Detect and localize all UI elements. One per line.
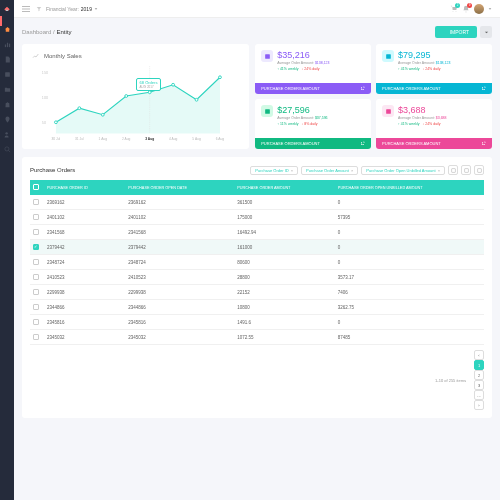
row-checkbox[interactable] xyxy=(33,199,39,205)
stat-avg: Average Order Amount: $37,596 xyxy=(277,116,327,120)
stat-footer[interactable]: PURCHASE ORDERS AMOUNT xyxy=(255,138,371,149)
import-button[interactable]: IMPORT xyxy=(435,26,477,38)
svg-text:100: 100 xyxy=(42,96,48,100)
cell-unbilled: 3573.17 xyxy=(335,270,475,285)
svg-rect-3 xyxy=(5,72,10,77)
svg-point-5 xyxy=(4,147,8,151)
orders-table: PURCHASE ORDER IDPURCHASE ORDER OPEN DAT… xyxy=(30,180,484,345)
bell-button[interactable]: 9 xyxy=(462,5,470,13)
close-icon[interactable]: × xyxy=(351,168,353,173)
table-row[interactable]: 22999382299938221527406 xyxy=(30,285,484,300)
table-row[interactable]: 234581623458161491.60 xyxy=(30,315,484,330)
chevron-down-icon[interactable] xyxy=(488,7,492,11)
chart-icon[interactable] xyxy=(4,41,11,48)
stat-icon xyxy=(261,50,273,62)
row-checkbox[interactable] xyxy=(33,274,39,280)
folder-icon[interactable] xyxy=(4,86,11,93)
bell-badge: 9 xyxy=(467,3,472,8)
hamburger-icon[interactable] xyxy=(22,6,30,12)
stat-avg: Average Order Amount: $138,123 xyxy=(398,61,450,65)
row-checkbox[interactable] xyxy=(33,259,39,265)
svg-point-19 xyxy=(195,98,198,101)
table-row[interactable]: 24105232410523288003573.17 xyxy=(30,270,484,285)
cart-button[interactable]: 2 xyxy=(450,5,458,13)
cards-row: Monthly Sales 150 100 50 30 Jul3 xyxy=(22,44,492,149)
cell-unbilled: 7406 xyxy=(335,285,475,300)
grid-button[interactable] xyxy=(448,165,458,175)
cell-id: 2401102 xyxy=(44,210,116,225)
filter-chip[interactable]: Purchase Order Open Unbilled Amount × xyxy=(361,166,445,175)
users-icon[interactable] xyxy=(4,131,11,138)
table-row[interactable]: 23487242348724806000 xyxy=(30,255,484,270)
filter-icon[interactable] xyxy=(36,6,42,12)
close-icon[interactable]: × xyxy=(291,168,293,173)
column-header[interactable] xyxy=(30,180,44,195)
list-button[interactable] xyxy=(461,165,471,175)
svg-rect-33 xyxy=(451,168,454,171)
stat-amount: $79,295 xyxy=(398,50,450,60)
svg-text:50: 50 xyxy=(42,121,46,125)
stat-footer[interactable]: PURCHASE ORDERS AMOUNT xyxy=(376,83,492,94)
external-icon xyxy=(481,141,486,146)
svg-point-20 xyxy=(219,76,222,79)
home-icon[interactable] xyxy=(4,26,11,33)
table-row[interactable]: 237944223794421610000 xyxy=(30,240,484,255)
row-checkbox[interactable] xyxy=(33,319,39,325)
table-row[interactable]: 2341568234156816492.940 xyxy=(30,225,484,240)
row-checkbox[interactable] xyxy=(33,289,39,295)
filter-chip[interactable]: Purchase Order Amount × xyxy=(301,166,358,175)
columns-button[interactable] xyxy=(474,165,484,175)
svg-rect-29 xyxy=(265,54,270,59)
table-row[interactable]: 236916223691623615000 xyxy=(30,195,484,210)
table-row[interactable]: 234503223450321072.5587485 xyxy=(30,330,484,345)
column-header[interactable]: PURCHASE ORDER ID xyxy=(44,180,116,195)
svg-rect-32 xyxy=(386,109,391,114)
pin-icon[interactable] xyxy=(4,116,11,123)
column-header[interactable]: PURCHASE ORDER AMOUNT xyxy=(234,180,325,195)
table-row[interactable]: 2401102240110217500057395 xyxy=(30,210,484,225)
row-checkbox[interactable] xyxy=(33,214,39,220)
stat-cards: $35,216Average Order Amount: $138,123↑ 4… xyxy=(255,44,492,149)
page-button[interactable]: 2 xyxy=(474,370,484,380)
search-icon[interactable] xyxy=(4,146,11,153)
row-checkbox[interactable] xyxy=(33,229,39,235)
breadcrumb-root[interactable]: Dashboard xyxy=(22,29,51,35)
page-button[interactable]: ‹ xyxy=(474,350,484,360)
avatar[interactable] xyxy=(474,4,484,14)
stat-avg: Average Order Amount: $3,688 xyxy=(398,116,446,120)
stat-deltas: ↑ 11% weekly↓ 8% daily xyxy=(277,122,327,126)
column-header[interactable] xyxy=(475,180,484,195)
column-header[interactable]: PURCHASE ORDER OPEN DATE xyxy=(125,180,225,195)
cell-unbilled: 0 xyxy=(335,255,475,270)
bag-icon[interactable] xyxy=(4,101,11,108)
stat-footer[interactable]: PURCHASE ORDERS AMOUNT xyxy=(376,138,492,149)
orders-icon[interactable] xyxy=(4,71,11,78)
column-header[interactable] xyxy=(225,180,234,195)
filter-chip[interactable]: Purchase Order ID × xyxy=(250,166,298,175)
stat-footer[interactable]: PURCHASE ORDERS AMOUNT xyxy=(255,83,371,94)
cell-amount: 161000 xyxy=(234,240,325,255)
column-header[interactable] xyxy=(326,180,335,195)
column-header[interactable]: PURCHASE ORDER OPEN UNBILLED AMOUNT xyxy=(335,180,475,195)
page-button[interactable]: 1 xyxy=(474,360,484,370)
topbar: Financial Year: 2019 2 9 xyxy=(14,0,500,18)
stat-amount: $35,216 xyxy=(277,50,329,60)
import-dropdown[interactable] xyxy=(480,26,492,38)
close-icon[interactable]: × xyxy=(438,168,440,173)
page-button[interactable]: › xyxy=(474,400,484,410)
row-checkbox[interactable] xyxy=(33,244,39,250)
row-checkbox[interactable] xyxy=(33,334,39,340)
year-selector[interactable]: Financial Year: 2019 xyxy=(46,6,98,12)
main: Financial Year: 2019 2 9 Dash xyxy=(14,0,500,500)
svg-rect-6 xyxy=(22,6,30,7)
page-button[interactable]: ... xyxy=(474,390,484,400)
select-all-checkbox[interactable] xyxy=(33,184,39,190)
table-row[interactable]: 23448662344866108003262.75 xyxy=(30,300,484,315)
cell-unbilled: 87485 xyxy=(335,330,475,345)
row-checkbox[interactable] xyxy=(33,304,39,310)
chart-area[interactable]: 150 100 50 30 Jul31 Jul1 Aug2 Aug3 Aug4 … xyxy=(32,66,239,141)
page-button[interactable]: 3 xyxy=(474,380,484,390)
document-icon[interactable] xyxy=(4,56,11,63)
logo-icon[interactable] xyxy=(3,6,11,14)
column-header[interactable] xyxy=(116,180,125,195)
